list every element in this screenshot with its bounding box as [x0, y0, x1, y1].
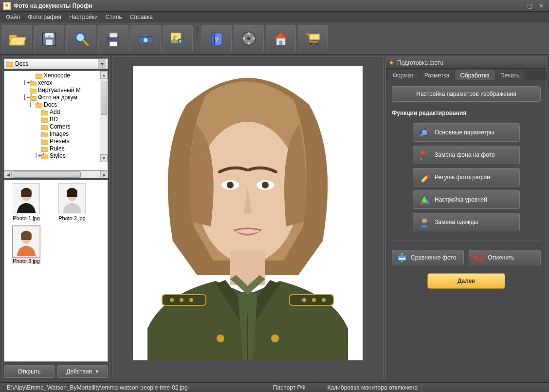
svg-point-52 [271, 335, 279, 342]
folder-icon [36, 102, 42, 108]
thumbnail-image [58, 183, 86, 214]
toolbar-search[interactable] [66, 25, 96, 52]
tree-expand-icon[interactable]: [−] [29, 101, 34, 109]
open-folder-icon [8, 30, 26, 47]
app-title: Фото на документы Профи [14, 2, 511, 9]
folder-icon [6, 61, 13, 67]
menu-справка[interactable]: Справка [126, 12, 157, 22]
open-button[interactable]: Открыть [4, 365, 55, 378]
maximize-button[interactable]: ▢ [525, 2, 534, 9]
tree-expand-icon[interactable]: [−] [23, 94, 28, 101]
preview-icon [169, 30, 186, 47]
tree-item-label: xerox [38, 79, 52, 87]
svg-rect-58 [426, 201, 429, 204]
tab-формат[interactable]: Формат [388, 70, 419, 80]
tree-item[interactable]: Images [5, 131, 108, 138]
folder-tree: Xenocode[+]xeroxВиртуальный М[−]Фото на … [4, 71, 108, 170]
statusbar: E:\Alpy\Emma_Watson_ByMortallity\emma-wa… [0, 382, 549, 392]
toolbar-preview[interactable] [163, 25, 193, 52]
svg-point-57 [421, 202, 423, 205]
scroll-down-icon[interactable]: ▼ [100, 154, 108, 162]
close-button[interactable]: ✕ [536, 2, 546, 9]
thumbnail-item[interactable]: Photo 2.jpg [53, 183, 91, 221]
thumbnail-list: Photo 1.jpgPhoto 2.jpgPhoto 3.jpg [4, 180, 108, 362]
scroll-up-icon[interactable]: ▲ [100, 71, 108, 79]
edit-levels-button[interactable]: Настройка уровней [413, 190, 520, 209]
tree-item[interactable]: Rules [5, 145, 108, 152]
svg-rect-43 [162, 295, 206, 305]
toolbar-home[interactable] [266, 25, 296, 52]
menu-настройки[interactable]: Настройки [65, 12, 102, 22]
edit-flag-button[interactable]: Замена фона на фото [413, 146, 520, 164]
thumbnail-item[interactable]: Photo 1.jpg [7, 183, 45, 221]
cancel-label: Отменить [488, 254, 514, 261]
compare-button[interactable]: Сравнение фото [392, 250, 464, 265]
undo-icon [474, 253, 484, 262]
edit-button-label: Замена фона на фото [435, 151, 495, 158]
edit-brush-button[interactable]: Ретушь фотографии [413, 168, 520, 187]
tree-item[interactable]: Corners [5, 123, 108, 131]
scroll-left-icon[interactable]: ◀ [4, 171, 12, 178]
menubar: ФайлФотографияНастройкиСтильСправка [0, 12, 549, 22]
tree-item[interactable]: BD [5, 116, 108, 123]
tree-item[interactable]: [+]xerox [5, 79, 108, 87]
toolbar-open-folder[interactable] [2, 25, 32, 52]
svg-rect-5 [46, 39, 53, 45]
compare-label: Сравнение фото [411, 254, 456, 261]
main-area: Docs ▾ Xenocode[+]xeroxВиртуальный М[−]Ф… [0, 55, 549, 382]
menu-файл[interactable]: Файл [2, 12, 24, 22]
svg-point-12 [143, 37, 148, 42]
tree-item[interactable]: Xenocode [5, 72, 108, 79]
tree-item[interactable]: Виртуальный М [5, 87, 108, 94]
tree-item[interactable]: Presets [5, 138, 108, 145]
actions-button[interactable]: Действия▼ [57, 365, 108, 378]
scroll-thumb[interactable] [13, 171, 81, 178]
svg-rect-13 [142, 34, 146, 37]
breadcrumb[interactable]: Docs ▾ [4, 58, 108, 69]
breadcrumb-dropdown-icon[interactable]: ▾ [98, 59, 106, 69]
scroll-thumb[interactable] [101, 81, 107, 115]
toolbar-save[interactable] [34, 25, 64, 52]
folder-icon [41, 139, 48, 145]
edit-costume-button[interactable]: Замена одежды [413, 213, 520, 231]
tree-item[interactable]: [+]Styles [5, 152, 108, 160]
minimize-button[interactable]: — [513, 2, 523, 9]
toolbar-print[interactable] [98, 25, 128, 52]
toolbar-separator [197, 27, 198, 50]
cancel-button[interactable]: Отменить [469, 250, 541, 265]
svg-point-51 [217, 335, 224, 342]
camera-icon [137, 30, 154, 47]
tab-печать[interactable]: Печать [495, 70, 524, 80]
status-format: Паспорт РФ [269, 383, 324, 392]
tree-item[interactable]: [−]Фото на докум [5, 94, 108, 101]
print-icon [105, 30, 122, 47]
menu-фотография[interactable]: Фотография [24, 12, 65, 22]
status-calibration: Калибровка монитора отключена [323, 383, 422, 392]
tree-horizontal-scrollbar[interactable]: ◀ ▶ [4, 170, 108, 178]
scroll-right-icon[interactable]: ▶ [100, 171, 108, 178]
toolbar-help-book[interactable]: ? [201, 25, 232, 52]
folder-icon [41, 124, 48, 130]
tree-item[interactable]: Add [5, 109, 108, 116]
app-icon [3, 2, 11, 10]
tab-разметка[interactable]: Разметка [420, 70, 455, 80]
next-button[interactable]: Далее [427, 273, 505, 289]
image-settings-button[interactable]: Настройка параметров изображения [392, 86, 541, 102]
toolbar-video[interactable] [234, 25, 264, 52]
svg-point-49 [312, 298, 316, 302]
menu-стиль[interactable]: Стиль [102, 12, 126, 22]
tree-expand-icon[interactable]: [+] [35, 152, 40, 160]
tab-обработка[interactable]: Обработка [456, 70, 495, 80]
tree-expand-icon[interactable]: [+] [23, 79, 28, 87]
toolbar-camera[interactable] [130, 25, 161, 52]
toolbar: ? [0, 22, 549, 55]
photo-canvas[interactable] [133, 66, 363, 360]
svg-point-26 [310, 42, 312, 45]
edit-gear-button[interactable]: Основные параметры [413, 123, 520, 142]
toolbar-cart[interactable] [298, 25, 328, 52]
tree-vertical-scrollbar[interactable]: ▲ ▼ [100, 71, 108, 162]
portrait-preview [133, 66, 363, 360]
tree-item[interactable]: [−]Docs [5, 101, 108, 109]
thumbnail-item[interactable]: Photo 3.jpg [7, 226, 45, 264]
tree-item-label: Corners [50, 123, 71, 131]
